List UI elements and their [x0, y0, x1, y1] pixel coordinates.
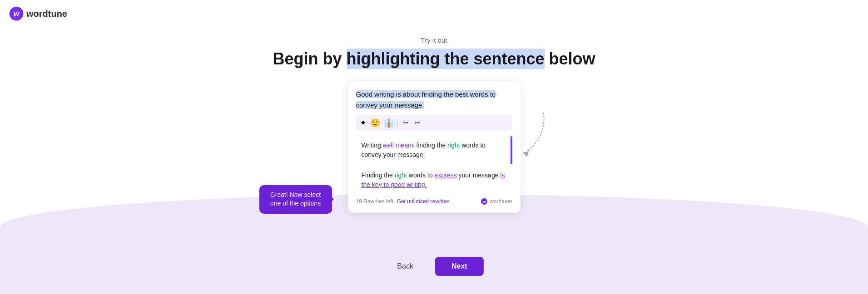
back-button[interactable]: Back [384, 257, 426, 276]
svg-text:w: w [14, 10, 20, 18]
svg-text:w: w [483, 200, 486, 204]
rewrite-option-1[interactable]: Writing well means finding the right wor… [356, 136, 512, 164]
curved-arrow [521, 108, 548, 162]
option-bar-1 [511, 136, 512, 164]
card-wrapper: Great! Now select one of the options Goo… [348, 81, 521, 213]
option2-text-after: your message [457, 172, 501, 179]
highlighted-sentence: Good writing is about finding the best w… [356, 90, 496, 109]
tooltip: Great! Now select one of the options [259, 185, 332, 214]
option1-text-middle: finding the [415, 142, 447, 149]
rewrite-option-2[interactable]: Finding the right words to express your … [356, 166, 512, 194]
tooltip-text: Great! Now select one of the options [270, 191, 321, 207]
headline-part2: below [545, 49, 595, 68]
wordtune-brand-label: wordtune [490, 198, 512, 205]
option1-text-before: Writing [362, 142, 383, 149]
main-content: Try it out Begin by highlighting the sen… [253, 36, 616, 213]
expand-icon[interactable]: ↔ [413, 118, 422, 127]
rewrites-count: 19 Rewrites left. [356, 198, 395, 205]
option2-text-before: Finding the [362, 172, 395, 179]
logo-text: wordtune [26, 9, 67, 19]
next-button[interactable]: Next [435, 257, 484, 276]
svg-marker-2 [523, 152, 529, 157]
wordtune-badge: w wordtune [481, 198, 512, 205]
selected-text-container: Good writing is about finding the best w… [356, 89, 512, 111]
formal-icon[interactable]: 👔 [384, 118, 394, 128]
headline-highlighted-text: highlighting the sentence [347, 49, 545, 69]
option2-highlight2: express [435, 172, 457, 179]
bottom-nav: Back Next [384, 257, 483, 276]
get-unlimited-link[interactable]: Get unlimited rewrites. [397, 198, 451, 205]
headline-part1: Begin by [273, 49, 346, 68]
rewrite-toolbar: ✦ 🙂 👔 ↔ ↔ [356, 115, 512, 131]
card-footer: 19 Rewrites left. Get unlimited rewrites… [356, 198, 512, 205]
casual-icon[interactable]: 🙂 [370, 118, 380, 128]
wordtune-small-icon: w [481, 198, 488, 205]
subtitle: Try it out [421, 36, 447, 44]
sparkle-icon[interactable]: ✦ [360, 118, 367, 128]
toolbar-divider [397, 119, 398, 127]
option1-highlight1: well means [383, 142, 415, 149]
rewrite-card: Good writing is about finding the best w… [348, 81, 521, 213]
option1-highlight2: right [447, 142, 460, 149]
rewrites-info: 19 Rewrites left. Get unlimited rewrites… [356, 198, 451, 205]
headline: Begin by highlighting the sentence below [273, 49, 595, 70]
logo: w wordtune [9, 6, 67, 21]
option2-highlight1: right [395, 172, 407, 179]
shorten-icon[interactable]: ↔ [402, 118, 410, 127]
wordtune-logo-icon: w [9, 6, 24, 21]
option2-text-middle: words to [407, 172, 435, 179]
